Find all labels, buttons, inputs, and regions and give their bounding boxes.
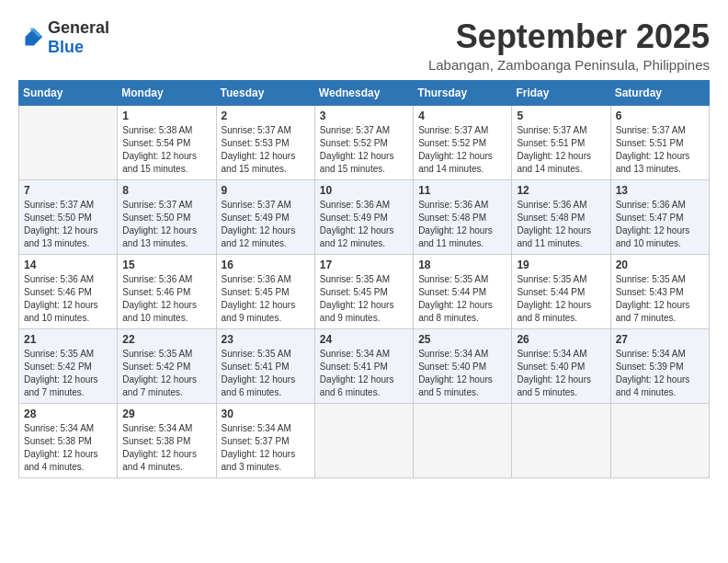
calendar-header-row: SundayMondayTuesdayWednesdayThursdayFrid… bbox=[19, 80, 710, 105]
logo-blue: Blue bbox=[48, 38, 84, 56]
column-header-tuesday: Tuesday bbox=[216, 80, 314, 105]
calendar-cell: 15Sunrise: 5:36 AM Sunset: 5:46 PM Dayli… bbox=[118, 254, 216, 328]
column-header-wednesday: Wednesday bbox=[314, 80, 413, 105]
logo: General Blue bbox=[18, 18, 109, 57]
calendar-cell: 4Sunrise: 5:37 AM Sunset: 5:52 PM Daylig… bbox=[414, 105, 512, 179]
day-info: Sunrise: 5:36 AM Sunset: 5:46 PM Dayligh… bbox=[122, 273, 210, 325]
day-number: 15 bbox=[122, 259, 210, 271]
calendar-cell: 8Sunrise: 5:37 AM Sunset: 5:50 PM Daylig… bbox=[118, 179, 216, 254]
day-number: 26 bbox=[517, 333, 605, 346]
day-info: Sunrise: 5:35 AM Sunset: 5:42 PM Dayligh… bbox=[122, 348, 210, 399]
day-info: Sunrise: 5:34 AM Sunset: 5:38 PM Dayligh… bbox=[122, 422, 210, 474]
column-header-friday: Friday bbox=[512, 80, 610, 105]
day-number: 5 bbox=[517, 109, 605, 122]
calendar-row: 21Sunrise: 5:35 AM Sunset: 5:42 PM Dayli… bbox=[19, 328, 710, 403]
calendar-cell: 10Sunrise: 5:36 AM Sunset: 5:49 PM Dayli… bbox=[314, 179, 413, 254]
calendar-cell: 28Sunrise: 5:34 AM Sunset: 5:38 PM Dayli… bbox=[19, 403, 118, 477]
calendar-cell: 17Sunrise: 5:35 AM Sunset: 5:45 PM Dayli… bbox=[314, 254, 413, 328]
day-info: Sunrise: 5:35 AM Sunset: 5:44 PM Dayligh… bbox=[418, 273, 506, 325]
day-info: Sunrise: 5:36 AM Sunset: 5:49 PM Dayligh… bbox=[320, 199, 408, 250]
day-info: Sunrise: 5:37 AM Sunset: 5:52 PM Dayligh… bbox=[418, 124, 506, 176]
calendar-row: 7Sunrise: 5:37 AM Sunset: 5:50 PM Daylig… bbox=[19, 179, 710, 254]
calendar-table: SundayMondayTuesdayWednesdayThursdayFrid… bbox=[18, 80, 710, 478]
day-info: Sunrise: 5:34 AM Sunset: 5:38 PM Dayligh… bbox=[24, 422, 112, 474]
calendar-cell: 26Sunrise: 5:34 AM Sunset: 5:40 PM Dayli… bbox=[512, 328, 610, 403]
calendar-cell: 9Sunrise: 5:37 AM Sunset: 5:49 PM Daylig… bbox=[216, 179, 314, 254]
day-info: Sunrise: 5:35 AM Sunset: 5:43 PM Dayligh… bbox=[616, 273, 704, 325]
day-info: Sunrise: 5:37 AM Sunset: 5:49 PM Dayligh… bbox=[222, 199, 310, 250]
day-info: Sunrise: 5:36 AM Sunset: 5:48 PM Dayligh… bbox=[517, 199, 605, 250]
day-info: Sunrise: 5:34 AM Sunset: 5:39 PM Dayligh… bbox=[616, 348, 704, 399]
day-number: 14 bbox=[24, 259, 112, 271]
logo-general: General bbox=[48, 18, 109, 37]
calendar-cell: 5Sunrise: 5:37 AM Sunset: 5:51 PM Daylig… bbox=[512, 105, 610, 179]
calendar-cell bbox=[314, 403, 413, 477]
day-info: Sunrise: 5:35 AM Sunset: 5:41 PM Dayligh… bbox=[222, 348, 310, 399]
day-number: 2 bbox=[222, 109, 310, 122]
day-number: 7 bbox=[24, 184, 112, 197]
calendar-cell: 13Sunrise: 5:36 AM Sunset: 5:47 PM Dayli… bbox=[610, 179, 709, 254]
day-number: 16 bbox=[222, 259, 310, 271]
day-number: 10 bbox=[320, 184, 408, 197]
day-info: Sunrise: 5:36 AM Sunset: 5:48 PM Dayligh… bbox=[418, 199, 506, 250]
calendar-cell bbox=[19, 105, 118, 179]
calendar-cell: 22Sunrise: 5:35 AM Sunset: 5:42 PM Dayli… bbox=[118, 328, 216, 403]
day-info: Sunrise: 5:37 AM Sunset: 5:53 PM Dayligh… bbox=[222, 124, 310, 176]
calendar-cell: 29Sunrise: 5:34 AM Sunset: 5:38 PM Dayli… bbox=[118, 403, 216, 477]
day-number: 18 bbox=[418, 259, 506, 271]
day-number: 6 bbox=[616, 109, 704, 122]
day-info: Sunrise: 5:35 AM Sunset: 5:42 PM Dayligh… bbox=[24, 348, 112, 399]
day-number: 17 bbox=[320, 259, 408, 271]
calendar-cell: 19Sunrise: 5:35 AM Sunset: 5:44 PM Dayli… bbox=[512, 254, 610, 328]
day-info: Sunrise: 5:37 AM Sunset: 5:52 PM Dayligh… bbox=[320, 124, 408, 176]
day-info: Sunrise: 5:36 AM Sunset: 5:45 PM Dayligh… bbox=[222, 273, 310, 325]
day-info: Sunrise: 5:38 AM Sunset: 5:54 PM Dayligh… bbox=[122, 124, 210, 176]
calendar-cell bbox=[610, 403, 709, 477]
calendar-row: 1Sunrise: 5:38 AM Sunset: 5:54 PM Daylig… bbox=[19, 105, 710, 179]
day-info: Sunrise: 5:37 AM Sunset: 5:50 PM Dayligh… bbox=[24, 199, 112, 250]
calendar-cell bbox=[414, 403, 512, 477]
calendar-row: 28Sunrise: 5:34 AM Sunset: 5:38 PM Dayli… bbox=[19, 403, 710, 477]
day-number: 22 bbox=[122, 333, 210, 346]
calendar-cell: 2Sunrise: 5:37 AM Sunset: 5:53 PM Daylig… bbox=[216, 105, 314, 179]
calendar-cell: 16Sunrise: 5:36 AM Sunset: 5:45 PM Dayli… bbox=[216, 254, 314, 328]
calendar-cell: 7Sunrise: 5:37 AM Sunset: 5:50 PM Daylig… bbox=[19, 179, 118, 254]
calendar-cell: 1Sunrise: 5:38 AM Sunset: 5:54 PM Daylig… bbox=[118, 105, 216, 179]
calendar-cell: 25Sunrise: 5:34 AM Sunset: 5:40 PM Dayli… bbox=[414, 328, 512, 403]
calendar-cell: 6Sunrise: 5:37 AM Sunset: 5:51 PM Daylig… bbox=[610, 105, 709, 179]
day-number: 3 bbox=[320, 109, 408, 122]
day-info: Sunrise: 5:35 AM Sunset: 5:45 PM Dayligh… bbox=[320, 273, 408, 325]
day-number: 25 bbox=[418, 333, 506, 346]
day-number: 24 bbox=[320, 333, 408, 346]
day-number: 20 bbox=[616, 259, 704, 271]
day-info: Sunrise: 5:35 AM Sunset: 5:44 PM Dayligh… bbox=[517, 273, 605, 325]
day-number: 27 bbox=[616, 333, 704, 346]
day-info: Sunrise: 5:34 AM Sunset: 5:40 PM Dayligh… bbox=[517, 348, 605, 399]
day-number: 1 bbox=[122, 109, 210, 122]
day-info: Sunrise: 5:34 AM Sunset: 5:41 PM Dayligh… bbox=[320, 348, 408, 399]
day-number: 9 bbox=[222, 184, 310, 197]
day-number: 23 bbox=[222, 333, 310, 346]
day-info: Sunrise: 5:36 AM Sunset: 5:46 PM Dayligh… bbox=[24, 273, 112, 325]
logo-text: General Blue bbox=[48, 18, 109, 57]
calendar-cell: 23Sunrise: 5:35 AM Sunset: 5:41 PM Dayli… bbox=[216, 328, 314, 403]
title-section: September 2025 Labangan, Zamboanga Penin… bbox=[428, 18, 710, 73]
day-number: 28 bbox=[24, 408, 112, 420]
column-header-thursday: Thursday bbox=[414, 80, 512, 105]
calendar-row: 14Sunrise: 5:36 AM Sunset: 5:46 PM Dayli… bbox=[19, 254, 710, 328]
calendar-cell: 21Sunrise: 5:35 AM Sunset: 5:42 PM Dayli… bbox=[19, 328, 118, 403]
calendar-cell bbox=[512, 403, 610, 477]
day-number: 30 bbox=[222, 408, 310, 420]
calendar-cell: 27Sunrise: 5:34 AM Sunset: 5:39 PM Dayli… bbox=[610, 328, 709, 403]
calendar-cell: 30Sunrise: 5:34 AM Sunset: 5:37 PM Dayli… bbox=[216, 403, 314, 477]
day-info: Sunrise: 5:37 AM Sunset: 5:51 PM Dayligh… bbox=[517, 124, 605, 176]
column-header-sunday: Sunday bbox=[19, 80, 118, 105]
day-info: Sunrise: 5:34 AM Sunset: 5:40 PM Dayligh… bbox=[418, 348, 506, 399]
logo-icon bbox=[18, 25, 44, 51]
column-header-saturday: Saturday bbox=[610, 80, 709, 105]
page-header: General Blue September 2025 Labangan, Za… bbox=[18, 18, 710, 73]
day-info: Sunrise: 5:34 AM Sunset: 5:37 PM Dayligh… bbox=[222, 422, 310, 474]
day-number: 4 bbox=[418, 109, 506, 122]
location-title: Labangan, Zamboanga Peninsula, Philippin… bbox=[428, 57, 710, 73]
day-info: Sunrise: 5:37 AM Sunset: 5:50 PM Dayligh… bbox=[122, 199, 210, 250]
